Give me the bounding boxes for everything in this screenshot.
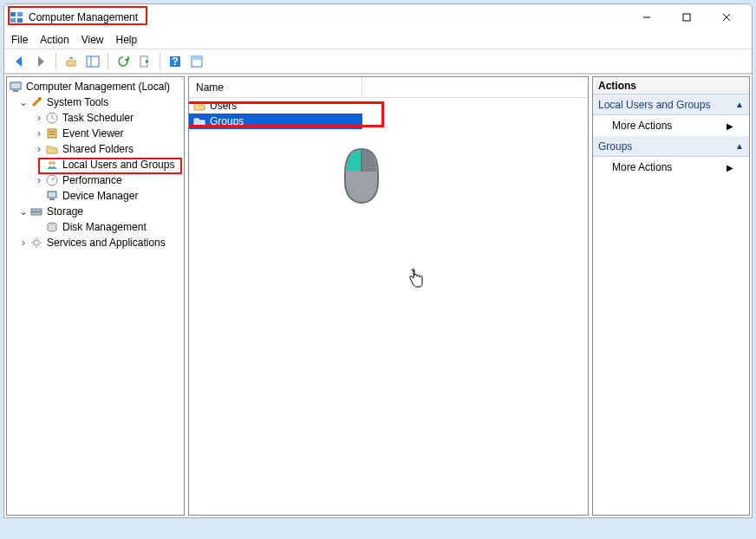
users-icon bbox=[45, 158, 59, 172]
tree-root[interactable]: Computer Management (Local) bbox=[9, 79, 182, 94]
tree-label: Task Scheduler bbox=[62, 112, 134, 124]
svg-rect-8 bbox=[87, 56, 99, 67]
tree-pane[interactable]: Computer Management (Local) ⌄ System Too… bbox=[6, 76, 185, 516]
tree-label: System Tools bbox=[47, 96, 108, 108]
help-button[interactable]: ? bbox=[166, 52, 185, 71]
svg-rect-3 bbox=[17, 18, 23, 23]
content-body: Computer Management (Local) ⌄ System Too… bbox=[4, 74, 752, 517]
titlebar[interactable]: Computer Management bbox=[4, 4, 752, 30]
collapse-icon[interactable]: ⌄ bbox=[17, 96, 29, 108]
tree-label: Performance bbox=[62, 174, 122, 186]
svg-rect-28 bbox=[31, 212, 42, 215]
svg-rect-27 bbox=[31, 209, 42, 211]
tree-system-tools[interactable]: ⌄ System Tools bbox=[9, 94, 182, 110]
tree-disk-management[interactable]: › Disk Management bbox=[9, 219, 182, 235]
column-name[interactable]: Name bbox=[189, 77, 362, 97]
actions-item-label: More Actions bbox=[612, 120, 672, 132]
list-item-users[interactable]: Users bbox=[189, 98, 588, 114]
svg-point-23 bbox=[52, 161, 55, 165]
export-button[interactable] bbox=[135, 52, 154, 71]
actions-section-label: Groups bbox=[598, 140, 632, 153]
svg-rect-5 bbox=[683, 14, 690, 21]
folder-icon bbox=[192, 114, 206, 128]
actions-section-lug[interactable]: Local Users and Groups ▲ bbox=[593, 94, 749, 115]
submenu-icon: ▶ bbox=[727, 121, 733, 131]
disk-icon bbox=[45, 220, 59, 234]
collapse-icon: ▲ bbox=[735, 100, 744, 109]
svg-rect-15 bbox=[10, 82, 21, 89]
svg-rect-1 bbox=[17, 12, 23, 16]
expand-icon[interactable]: › bbox=[33, 112, 45, 124]
actions-section-label: Local Users and Groups bbox=[598, 99, 710, 111]
maximize-button[interactable] bbox=[667, 4, 707, 30]
menubar: File Action View Help bbox=[4, 30, 752, 49]
window: Computer Management File Action View Hel… bbox=[3, 3, 753, 518]
toolbar: ? bbox=[4, 49, 752, 74]
tree-storage[interactable]: ⌄ Storage bbox=[9, 204, 182, 219]
list-item-label: Users bbox=[210, 100, 237, 112]
expand-icon[interactable]: › bbox=[17, 237, 29, 249]
tree-device-manager[interactable]: › Device Manager bbox=[9, 188, 182, 204]
tree-label: Local Users and Groups bbox=[62, 159, 174, 171]
tree-task-scheduler[interactable]: › Task Scheduler bbox=[9, 110, 182, 126]
expand-icon[interactable]: › bbox=[33, 127, 45, 140]
list-item-label: Groups bbox=[210, 115, 244, 127]
services-icon bbox=[29, 236, 43, 250]
expand-icon[interactable]: › bbox=[33, 174, 45, 186]
tree-label: Event Viewer bbox=[62, 127, 123, 140]
svg-rect-19 bbox=[48, 129, 56, 138]
svg-rect-14 bbox=[192, 56, 202, 60]
tree-label: Services and Applications bbox=[47, 237, 166, 249]
actions-more-1[interactable]: More Actions ▶ bbox=[593, 115, 749, 136]
svg-rect-0 bbox=[10, 12, 16, 16]
tree-label: Device Manager bbox=[62, 190, 138, 202]
svg-rect-26 bbox=[49, 198, 55, 200]
svg-point-30 bbox=[34, 240, 39, 245]
tools-icon bbox=[29, 95, 43, 109]
menu-view[interactable]: View bbox=[81, 34, 104, 46]
tree-label: Shared Folders bbox=[62, 143, 134, 155]
app-icon bbox=[10, 10, 23, 24]
list-item-groups[interactable]: Groups bbox=[189, 114, 362, 129]
back-button[interactable] bbox=[10, 52, 29, 71]
list-header: Name bbox=[189, 77, 588, 98]
storage-icon bbox=[29, 205, 43, 218]
menu-action[interactable]: Action bbox=[40, 34, 68, 46]
tree-root-label: Computer Management (Local) bbox=[26, 81, 170, 93]
svg-text:?: ? bbox=[172, 55, 178, 68]
tree-label: Disk Management bbox=[62, 221, 147, 233]
window-title: Computer Management bbox=[29, 11, 138, 23]
list-pane[interactable]: Name Users Groups bbox=[188, 76, 589, 516]
perf-icon bbox=[45, 173, 59, 187]
forward-button[interactable] bbox=[31, 52, 50, 71]
expand-icon[interactable]: › bbox=[33, 159, 45, 171]
show-hide-tree-button[interactable] bbox=[83, 52, 102, 71]
folder-icon bbox=[192, 99, 206, 113]
actions-item-label: More Actions bbox=[612, 161, 672, 173]
properties-button[interactable] bbox=[187, 52, 206, 71]
up-button[interactable] bbox=[62, 52, 81, 71]
folder-icon bbox=[45, 142, 59, 156]
event-icon bbox=[45, 127, 59, 140]
close-button[interactable] bbox=[707, 4, 746, 30]
refresh-button[interactable] bbox=[114, 52, 133, 71]
tree-shared-folders[interactable]: › Shared Folders bbox=[9, 141, 182, 157]
tree-local-users-groups[interactable]: › Local Users and Groups bbox=[9, 157, 182, 172]
svg-rect-25 bbox=[48, 192, 56, 198]
actions-section-groups[interactable]: Groups ▲ bbox=[593, 136, 749, 157]
tree-label: Storage bbox=[47, 205, 83, 218]
clock-icon bbox=[45, 111, 59, 125]
menu-file[interactable]: File bbox=[11, 34, 28, 46]
expand-icon[interactable]: › bbox=[33, 143, 45, 155]
svg-rect-16 bbox=[13, 90, 18, 92]
svg-point-22 bbox=[49, 161, 52, 165]
tree-performance[interactable]: › Performance bbox=[9, 172, 182, 188]
actions-more-2[interactable]: More Actions ▶ bbox=[593, 157, 749, 178]
collapse-icon[interactable]: ⌄ bbox=[17, 205, 29, 218]
menu-help[interactable]: Help bbox=[116, 34, 138, 46]
submenu-icon: ▶ bbox=[727, 163, 733, 172]
minimize-button[interactable] bbox=[627, 4, 667, 30]
tree-event-viewer[interactable]: › Event Viewer bbox=[9, 126, 182, 141]
collapse-icon: ▲ bbox=[735, 141, 744, 151]
tree-services-apps[interactable]: › Services and Applications bbox=[9, 235, 182, 250]
